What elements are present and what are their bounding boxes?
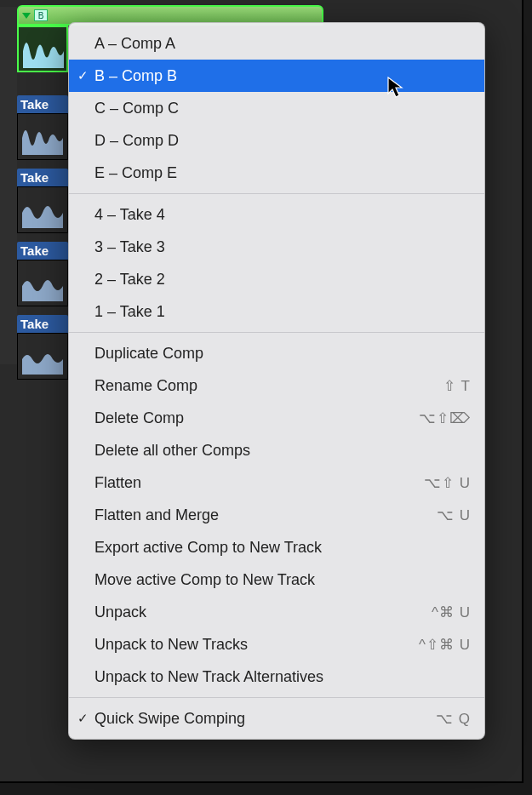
menu-item-label: 4 – Take 4 [94, 206, 471, 224]
menu-item-label: 1 – Take 1 [94, 303, 471, 321]
menu-item-group_comps-1[interactable]: ✓B – Comp B [69, 60, 484, 92]
menu-item-label: C – Comp C [94, 100, 471, 117]
menu-item-group_cmds-8[interactable]: Unpack^⌘ U [69, 596, 484, 628]
comp-selector[interactable]: B [34, 9, 48, 21]
menu-item-group_cmds-6[interactable]: Export active Comp to New Track [69, 531, 484, 563]
menu-item-label: D – Comp D [94, 132, 471, 150]
menu-separator [69, 697, 484, 698]
menu-item-group_cmds-0[interactable]: Duplicate Comp [69, 337, 484, 369]
menu-item-group_cmds-4[interactable]: Flatten⌥⇧ U [69, 466, 484, 499]
menu-item-shortcut: ⌥⇧⌦ [419, 409, 471, 427]
menu-item-shortcut: ⇧ T [443, 377, 471, 395]
take-label: Take [17, 242, 68, 260]
menu-item-label: Flatten [94, 474, 424, 492]
menu-item-label: Move active Comp to New Track [94, 571, 471, 589]
menu-item-group_toggle-0[interactable]: ✓Quick Swipe Comping⌥ Q [69, 702, 484, 735]
menu-separator [69, 193, 484, 194]
checkmark-icon: ✓ [77, 711, 89, 726]
menu-item-label: Quick Swipe Comping [94, 710, 436, 728]
menu-item-shortcut: ^⌘ U [432, 603, 471, 621]
menu-item-label: Flatten and Merge [94, 506, 437, 524]
menu-item-group_comps-0[interactable]: A – Comp A [69, 27, 484, 60]
menu-item-label: Delete all other Comps [94, 442, 471, 460]
menu-item-label: Export active Comp to New Track [94, 539, 471, 557]
menu-item-label: 3 – Take 3 [94, 238, 471, 256]
menu-item-shortcut: ⌥ U [437, 506, 471, 524]
menu-item-group_comps-3[interactable]: D – Comp D [69, 124, 484, 157]
checkmark-icon: ✓ [77, 68, 89, 83]
menu-item-label: A – Comp A [94, 35, 471, 53]
menu-item-group_cmds-1[interactable]: Rename Comp⇧ T [69, 369, 484, 402]
menu-item-group_cmds-3[interactable]: Delete all other Comps [69, 434, 484, 466]
take-label: Take [17, 95, 68, 113]
menu-item-shortcut: ^⇧⌘ U [419, 636, 471, 654]
menu-item-label: Unpack [94, 603, 432, 621]
menu-item-group_cmds-5[interactable]: Flatten and Merge⌥ U [69, 499, 484, 531]
menu-item-label: E – Comp E [94, 164, 471, 182]
menu-item-group_takes-0[interactable]: 4 – Take 4 [69, 198, 484, 231]
menu-item-label: Rename Comp [94, 377, 443, 395]
menu-item-group_cmds-9[interactable]: Unpack to New Tracks^⇧⌘ U [69, 628, 484, 661]
menu-item-group_takes-3[interactable]: 1 – Take 1 [69, 295, 484, 328]
menu-item-label: Duplicate Comp [94, 345, 471, 363]
take-row[interactable]: Take [17, 169, 68, 238]
menu-item-label: 2 – Take 2 [94, 271, 471, 289]
take-row[interactable] [17, 26, 68, 95]
menu-item-group_cmds-10[interactable]: Unpack to New Track Alternatives [69, 661, 484, 693]
menu-item-group_comps-4[interactable]: E – Comp E [69, 157, 484, 189]
menu-item-label: B – Comp B [94, 67, 471, 85]
menu-item-label: Delete Comp [94, 409, 419, 427]
track-margin [0, 7, 17, 364]
waveform [17, 113, 68, 160]
take-label: Take [17, 315, 68, 333]
take-label: Take [17, 169, 68, 186]
disclosure-triangle-icon[interactable] [22, 13, 31, 19]
take-row[interactable]: Take [17, 242, 68, 312]
menu-item-group_comps-2[interactable]: C – Comp C [69, 92, 484, 124]
menu-item-shortcut: ⌥⇧ U [424, 474, 471, 492]
waveform [17, 333, 68, 380]
take-row[interactable]: Take [17, 315, 68, 385]
waveform [17, 186, 68, 233]
waveform [17, 260, 68, 306]
menu-separator [69, 332, 484, 333]
menu-item-group_takes-1[interactable]: 3 – Take 3 [69, 231, 484, 263]
menu-item-label: Unpack to New Tracks [94, 636, 419, 654]
menu-item-group_cmds-7[interactable]: Move active Comp to New Track [69, 563, 484, 596]
menu-item-group_takes-2[interactable]: 2 – Take 2 [69, 263, 484, 295]
menu-item-group_cmds-2[interactable]: Delete Comp⌥⇧⌦ [69, 402, 484, 434]
menu-item-label: Unpack to New Track Alternatives [94, 668, 471, 686]
waveform [17, 26, 68, 72]
take-row[interactable]: Take [17, 95, 68, 165]
comp-context-menu: A – Comp A✓B – Comp BC – Comp CD – Comp … [68, 22, 485, 740]
menu-item-shortcut: ⌥ Q [436, 710, 471, 728]
